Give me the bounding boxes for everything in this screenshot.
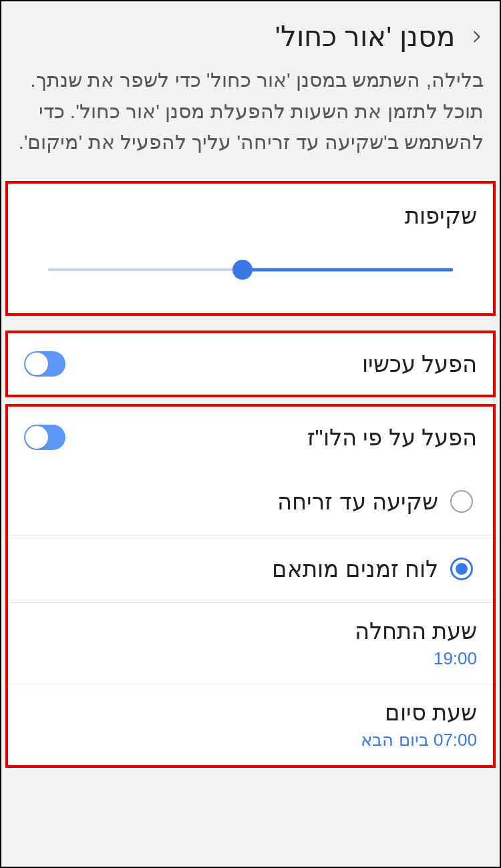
start-time-label: שעת התחלה [24,618,477,644]
page-description: בלילה, השתמש במסנן 'אור כחול' כדי לשפר א… [1,65,500,181]
page-title: מסנן 'אור כחול' [275,20,456,53]
opacity-card: שקיפות [5,181,496,316]
radio-icon-checked[interactable] [450,558,473,580]
radio-sunset-label: שקיעה עד זריחה [277,488,438,515]
slider-thumb[interactable] [232,260,253,280]
end-time-label: שעת סיום [24,699,477,726]
back-icon[interactable] [469,29,484,44]
opacity-slider[interactable] [48,261,453,278]
apply-now-label: הפעל עכשיו [65,351,477,377]
start-time-row[interactable]: שעת התחלה 19:00 [8,602,493,684]
apply-now-toggle[interactable] [24,351,65,377]
end-time-value: 07:00 ביום הבא [24,730,477,750]
apply-schedule-label: הפעל על פי הלו"ז [65,424,477,451]
apply-schedule-row[interactable]: הפעל על פי הלו"ז [8,407,493,468]
schedule-card: הפעל על פי הלו"ז שקיעה עד זריחה לוח זמני… [5,404,496,768]
radio-icon-unchecked[interactable] [450,490,473,513]
radio-custom-label: לוח זמנים מותאם [272,556,438,582]
opacity-label: שקיפות [24,202,477,229]
apply-now-row[interactable]: הפעל עכשיו [8,333,493,395]
radio-sunset-sunrise[interactable]: שקיעה עד זריחה [8,468,493,535]
radio-custom-schedule[interactable]: לוח זמנים מותאם [8,535,493,602]
slider-fill [242,268,453,271]
end-time-row[interactable]: שעת סיום 07:00 ביום הבא [8,684,493,765]
start-time-value: 19:00 [24,648,477,669]
apply-now-card: הפעל עכשיו [5,331,496,397]
apply-schedule-toggle[interactable] [24,425,65,450]
